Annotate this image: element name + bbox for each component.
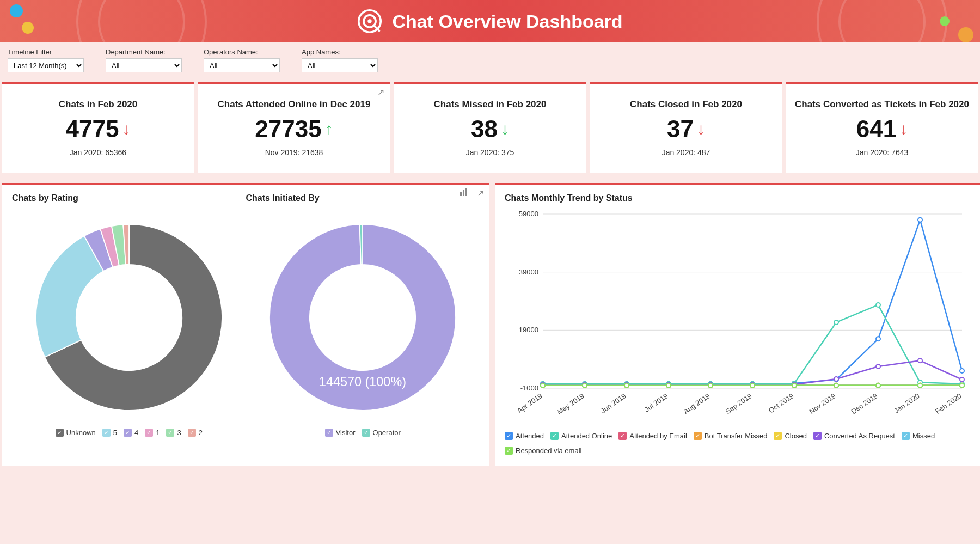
trend-arrow-icon: ↓ [122,120,130,138]
legend-label: Responded via email [516,447,581,455]
legend-swatch-icon: ✓ [124,429,132,437]
legend-label: Closed [785,432,806,440]
legend-label: 1 [156,429,160,437]
legend-item[interactable]: ✓2 [188,429,203,437]
expand-icon[interactable]: ↗ [477,188,484,199]
svg-text:Jul 2019: Jul 2019 [643,392,670,413]
legend-item[interactable]: ✓1 [145,429,160,437]
chart-card-donuts: ↗ Chats by Rating Chats Initiated By ✓Un… [2,183,489,466]
donut-chart-rating: ✓Unknown✓5✓4✓1✓3✓2 [26,219,232,437]
legend-item[interactable]: ✓Bot Transfer Missed [694,432,768,440]
svg-text:Nov 2019: Nov 2019 [808,392,837,415]
legend-swatch-icon: ✓ [774,432,782,440]
svg-point-113 [918,383,922,388]
legend-item[interactable]: ✓5 [102,429,117,437]
charts-row: ↗ Chats by Rating Chats Initiated By ✓Un… [0,173,980,466]
legend-label: Attended Online [561,432,612,440]
kpi-card[interactable]: Chats Closed in Feb 202037↓Jan 2020: 487 [590,82,782,173]
legend-swatch-icon: ✓ [166,429,174,437]
kpi-title: Chats Converted as Tickets in Feb 2020 [792,99,972,110]
kpi-value: 641 [856,115,896,143]
svg-point-36 [918,218,922,222]
legend-item[interactable]: ✓Attended by Email [618,432,687,440]
chart-type-icon[interactable] [460,188,469,199]
legend-label: Missed [912,432,935,440]
legend-swatch-icon: ✓ [618,432,627,440]
operators-select[interactable]: All [204,58,280,72]
svg-text:Apr 2019: Apr 2019 [516,392,544,415]
kpi-compare: Jan 2020: 7643 [792,148,972,157]
legend-swatch-icon: ✓ [505,432,513,440]
expand-icon[interactable]: ↗ [377,87,384,97]
legend-item[interactable]: ✓3 [166,429,181,437]
legend-item[interactable]: ✓Visitor [325,429,356,437]
svg-text:144570 (100%): 144570 (100%) [319,375,406,389]
kpi-card[interactable]: Chats Missed in Feb 202038↓Jan 2020: 375 [394,82,586,173]
department-select[interactable]: All [106,58,182,72]
legend-item[interactable]: ✓Attended Online [550,432,612,440]
trend-arrow-icon: ↓ [501,120,509,138]
kpi-title: Chats Attended Online in Dec 2019 [204,99,384,110]
svg-point-111 [834,383,838,388]
filter-label-operators: Operators Name: [204,48,280,56]
svg-point-109 [750,383,755,388]
chart-card-trend: Chats Monthly Trend by Status 5900039000… [495,183,980,466]
legend-item[interactable]: ✓Attended [505,432,544,440]
legend-item[interactable]: ✓Missed [902,432,935,440]
legend-item[interactable]: ✓Unknown [56,429,96,437]
svg-point-90 [876,364,880,369]
timeline-filter-select[interactable]: Last 12 Month(s) [8,58,84,72]
legend-item[interactable]: ✓Closed [774,432,806,440]
svg-text:19000: 19000 [519,326,538,334]
legend-label: 5 [113,429,117,437]
trend-arrow-icon: ↓ [899,120,908,138]
legend-label: Converted As Request [824,432,895,440]
svg-rect-5 [463,190,464,196]
legend-label: Visitor [336,429,356,437]
kpi-value: 27735 [255,115,321,143]
kpi-row: Chats in Feb 20204775↓Jan 2020: 65366↗Ch… [0,82,980,173]
svg-point-105 [583,383,587,388]
svg-point-89 [834,377,838,381]
filter-bar: Timeline Filter Last 12 Month(s) Departm… [0,42,980,82]
kpi-card[interactable]: ↗Chats Attended Online in Dec 201927735↑… [198,82,390,173]
legend-swatch-icon: ✓ [188,429,196,437]
legend-swatch-icon: ✓ [550,432,559,440]
legend-item[interactable]: ✓Converted As Request [813,432,895,440]
header: Chat Overview Dashboard [0,0,980,42]
svg-point-91 [918,358,922,363]
legend-item[interactable]: ✓Responded via email [505,447,581,455]
svg-text:-1000: -1000 [520,384,538,392]
legend-swatch-icon: ✓ [902,432,910,440]
legend-swatch-icon: ✓ [56,429,64,437]
svg-text:Dec 2019: Dec 2019 [850,392,879,415]
svg-text:Oct 2019: Oct 2019 [767,392,795,415]
filter-label-department: Department Name: [106,48,182,56]
kpi-title: Chats Closed in Feb 2020 [596,99,776,110]
svg-rect-6 [465,188,467,196]
kpi-card[interactable]: Chats in Feb 20204775↓Jan 2020: 65366 [2,82,194,173]
legend-label: 2 [199,429,203,437]
trend-arrow-icon: ↓ [697,120,705,138]
legend-label: Unknown [66,429,96,437]
legend-swatch-icon: ✓ [102,429,111,437]
legend-swatch-icon: ✓ [505,447,513,455]
kpi-value: 38 [471,115,498,143]
chart-title-trend: Chats Monthly Trend by Status [505,193,973,203]
chart-title-rating: Chats by Rating [12,193,246,203]
svg-rect-4 [460,192,462,196]
svg-point-104 [541,383,545,388]
legend-item[interactable]: ✓4 [124,429,138,437]
svg-text:Feb 2020: Feb 2020 [934,392,963,415]
legend-item[interactable]: ✓Operator [362,429,401,437]
kpi-card[interactable]: Chats Converted as Tickets in Feb 202064… [786,82,978,173]
legend-label: Operator [373,429,401,437]
svg-point-107 [666,383,671,388]
svg-point-2 [368,19,372,23]
svg-point-106 [624,383,629,388]
filter-label-apps: App Names: [302,48,378,56]
legend-label: Attended by Email [629,432,687,440]
legend-label: 4 [134,429,138,437]
apps-select[interactable]: All [302,58,378,72]
svg-point-37 [960,369,964,373]
